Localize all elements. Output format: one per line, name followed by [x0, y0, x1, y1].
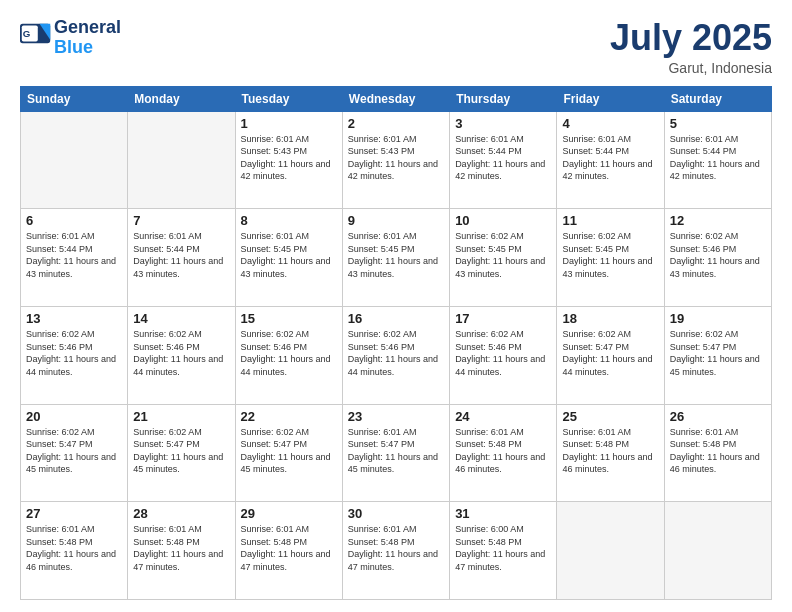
- day-info: Sunrise: 6:01 AM Sunset: 5:44 PM Dayligh…: [670, 133, 766, 183]
- calendar-cell: 30Sunrise: 6:01 AM Sunset: 5:48 PM Dayli…: [342, 502, 449, 600]
- day-info: Sunrise: 6:02 AM Sunset: 5:46 PM Dayligh…: [670, 230, 766, 280]
- day-number: 14: [133, 311, 229, 326]
- day-info: Sunrise: 6:02 AM Sunset: 5:46 PM Dayligh…: [455, 328, 551, 378]
- calendar-table: Sunday Monday Tuesday Wednesday Thursday…: [20, 86, 772, 600]
- day-info: Sunrise: 6:01 AM Sunset: 5:48 PM Dayligh…: [241, 523, 337, 573]
- calendar-cell: 23Sunrise: 6:01 AM Sunset: 5:47 PM Dayli…: [342, 404, 449, 502]
- calendar-cell: 7Sunrise: 6:01 AM Sunset: 5:44 PM Daylig…: [128, 209, 235, 307]
- calendar-week-3: 13Sunrise: 6:02 AM Sunset: 5:46 PM Dayli…: [21, 306, 772, 404]
- calendar-cell: 8Sunrise: 6:01 AM Sunset: 5:45 PM Daylig…: [235, 209, 342, 307]
- logo-text: GeneralBlue: [54, 18, 121, 58]
- day-number: 21: [133, 409, 229, 424]
- calendar-cell: [128, 111, 235, 209]
- day-number: 20: [26, 409, 122, 424]
- day-info: Sunrise: 6:01 AM Sunset: 5:48 PM Dayligh…: [348, 523, 444, 573]
- calendar-cell: 17Sunrise: 6:02 AM Sunset: 5:46 PM Dayli…: [450, 306, 557, 404]
- calendar-cell: 15Sunrise: 6:02 AM Sunset: 5:46 PM Dayli…: [235, 306, 342, 404]
- day-number: 7: [133, 213, 229, 228]
- calendar-cell: 1Sunrise: 6:01 AM Sunset: 5:43 PM Daylig…: [235, 111, 342, 209]
- day-number: 25: [562, 409, 658, 424]
- day-info: Sunrise: 6:02 AM Sunset: 5:46 PM Dayligh…: [133, 328, 229, 378]
- day-info: Sunrise: 6:02 AM Sunset: 5:46 PM Dayligh…: [241, 328, 337, 378]
- calendar-cell: [664, 502, 771, 600]
- day-info: Sunrise: 6:01 AM Sunset: 5:48 PM Dayligh…: [133, 523, 229, 573]
- calendar-cell: 24Sunrise: 6:01 AM Sunset: 5:48 PM Dayli…: [450, 404, 557, 502]
- header-monday: Monday: [128, 86, 235, 111]
- day-info: Sunrise: 6:02 AM Sunset: 5:47 PM Dayligh…: [133, 426, 229, 476]
- day-number: 3: [455, 116, 551, 131]
- day-info: Sunrise: 6:01 AM Sunset: 5:45 PM Dayligh…: [241, 230, 337, 280]
- calendar-cell: 4Sunrise: 6:01 AM Sunset: 5:44 PM Daylig…: [557, 111, 664, 209]
- day-number: 28: [133, 506, 229, 521]
- day-number: 29: [241, 506, 337, 521]
- day-number: 24: [455, 409, 551, 424]
- calendar-cell: 11Sunrise: 6:02 AM Sunset: 5:45 PM Dayli…: [557, 209, 664, 307]
- day-info: Sunrise: 6:02 AM Sunset: 5:45 PM Dayligh…: [562, 230, 658, 280]
- calendar-cell: 12Sunrise: 6:02 AM Sunset: 5:46 PM Dayli…: [664, 209, 771, 307]
- day-info: Sunrise: 6:01 AM Sunset: 5:43 PM Dayligh…: [348, 133, 444, 183]
- day-info: Sunrise: 6:02 AM Sunset: 5:46 PM Dayligh…: [26, 328, 122, 378]
- day-info: Sunrise: 6:01 AM Sunset: 5:44 PM Dayligh…: [562, 133, 658, 183]
- day-number: 9: [348, 213, 444, 228]
- day-number: 1: [241, 116, 337, 131]
- calendar-week-5: 27Sunrise: 6:01 AM Sunset: 5:48 PM Dayli…: [21, 502, 772, 600]
- day-number: 11: [562, 213, 658, 228]
- calendar-cell: 5Sunrise: 6:01 AM Sunset: 5:44 PM Daylig…: [664, 111, 771, 209]
- header-saturday: Saturday: [664, 86, 771, 111]
- calendar-cell: 9Sunrise: 6:01 AM Sunset: 5:45 PM Daylig…: [342, 209, 449, 307]
- calendar-cell: [557, 502, 664, 600]
- calendar-cell: 14Sunrise: 6:02 AM Sunset: 5:46 PM Dayli…: [128, 306, 235, 404]
- calendar-cell: [21, 111, 128, 209]
- calendar-cell: 27Sunrise: 6:01 AM Sunset: 5:48 PM Dayli…: [21, 502, 128, 600]
- day-info: Sunrise: 6:01 AM Sunset: 5:43 PM Dayligh…: [241, 133, 337, 183]
- day-info: Sunrise: 6:01 AM Sunset: 5:48 PM Dayligh…: [562, 426, 658, 476]
- logo: G GeneralBlue: [20, 18, 121, 58]
- header-thursday: Thursday: [450, 86, 557, 111]
- header-sunday: Sunday: [21, 86, 128, 111]
- day-number: 8: [241, 213, 337, 228]
- day-info: Sunrise: 6:01 AM Sunset: 5:48 PM Dayligh…: [26, 523, 122, 573]
- calendar-cell: 29Sunrise: 6:01 AM Sunset: 5:48 PM Dayli…: [235, 502, 342, 600]
- calendar-cell: 18Sunrise: 6:02 AM Sunset: 5:47 PM Dayli…: [557, 306, 664, 404]
- day-number: 15: [241, 311, 337, 326]
- calendar-cell: 19Sunrise: 6:02 AM Sunset: 5:47 PM Dayli…: [664, 306, 771, 404]
- calendar-cell: 26Sunrise: 6:01 AM Sunset: 5:48 PM Dayli…: [664, 404, 771, 502]
- day-number: 26: [670, 409, 766, 424]
- calendar-cell: 31Sunrise: 6:00 AM Sunset: 5:48 PM Dayli…: [450, 502, 557, 600]
- calendar-cell: 13Sunrise: 6:02 AM Sunset: 5:46 PM Dayli…: [21, 306, 128, 404]
- day-info: Sunrise: 6:02 AM Sunset: 5:46 PM Dayligh…: [348, 328, 444, 378]
- calendar-cell: 3Sunrise: 6:01 AM Sunset: 5:44 PM Daylig…: [450, 111, 557, 209]
- header: G GeneralBlue July 2025 Garut, Indonesia: [20, 18, 772, 76]
- calendar-week-2: 6Sunrise: 6:01 AM Sunset: 5:44 PM Daylig…: [21, 209, 772, 307]
- calendar-cell: 25Sunrise: 6:01 AM Sunset: 5:48 PM Dayli…: [557, 404, 664, 502]
- day-number: 23: [348, 409, 444, 424]
- calendar-week-1: 1Sunrise: 6:01 AM Sunset: 5:43 PM Daylig…: [21, 111, 772, 209]
- day-number: 6: [26, 213, 122, 228]
- location-subtitle: Garut, Indonesia: [610, 60, 772, 76]
- day-number: 5: [670, 116, 766, 131]
- day-info: Sunrise: 6:01 AM Sunset: 5:44 PM Dayligh…: [133, 230, 229, 280]
- month-title: July 2025: [610, 18, 772, 58]
- day-number: 16: [348, 311, 444, 326]
- day-info: Sunrise: 6:01 AM Sunset: 5:44 PM Dayligh…: [26, 230, 122, 280]
- header-tuesday: Tuesday: [235, 86, 342, 111]
- calendar-cell: 6Sunrise: 6:01 AM Sunset: 5:44 PM Daylig…: [21, 209, 128, 307]
- calendar-cell: 2Sunrise: 6:01 AM Sunset: 5:43 PM Daylig…: [342, 111, 449, 209]
- day-info: Sunrise: 6:00 AM Sunset: 5:48 PM Dayligh…: [455, 523, 551, 573]
- day-number: 17: [455, 311, 551, 326]
- day-number: 10: [455, 213, 551, 228]
- day-info: Sunrise: 6:02 AM Sunset: 5:47 PM Dayligh…: [241, 426, 337, 476]
- day-info: Sunrise: 6:02 AM Sunset: 5:47 PM Dayligh…: [562, 328, 658, 378]
- header-wednesday: Wednesday: [342, 86, 449, 111]
- day-info: Sunrise: 6:02 AM Sunset: 5:47 PM Dayligh…: [670, 328, 766, 378]
- calendar-cell: 10Sunrise: 6:02 AM Sunset: 5:45 PM Dayli…: [450, 209, 557, 307]
- calendar-cell: 20Sunrise: 6:02 AM Sunset: 5:47 PM Dayli…: [21, 404, 128, 502]
- calendar-cell: 21Sunrise: 6:02 AM Sunset: 5:47 PM Dayli…: [128, 404, 235, 502]
- title-block: July 2025 Garut, Indonesia: [610, 18, 772, 76]
- day-info: Sunrise: 6:02 AM Sunset: 5:47 PM Dayligh…: [26, 426, 122, 476]
- calendar-week-4: 20Sunrise: 6:02 AM Sunset: 5:47 PM Dayli…: [21, 404, 772, 502]
- day-info: Sunrise: 6:01 AM Sunset: 5:48 PM Dayligh…: [455, 426, 551, 476]
- day-number: 31: [455, 506, 551, 521]
- day-info: Sunrise: 6:01 AM Sunset: 5:48 PM Dayligh…: [670, 426, 766, 476]
- day-number: 12: [670, 213, 766, 228]
